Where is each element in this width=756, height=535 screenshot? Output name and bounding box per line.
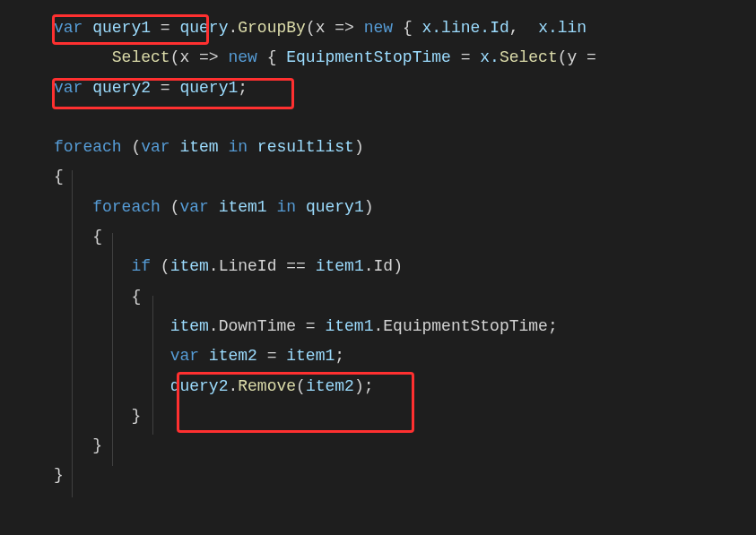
code-line-9: if (item.LineId == item1.Id) [54,252,756,281]
keyword-var: var [54,19,83,37]
method-groupby: GroupBy [238,19,306,37]
code-line-blank [54,103,756,133]
method-select: Select [112,48,170,66]
code-line-5: foreach (var item in resultlist) [54,133,756,162]
code-line-3: var query2 = query1; [54,73,756,103]
code-line-11: item.DownTime = item1.EquipmentStopTime; [54,312,756,341]
keyword-foreach: foreach [54,138,122,156]
code-line-15: } [54,431,756,461]
ident-query1: query1 [92,19,151,37]
keyword-if: if [131,257,151,275]
code-line-2: Select(x => new { EquipmentStopTime = x.… [54,43,756,73]
code-line-8: { [54,222,756,252]
ident-query2: query2 [92,79,151,97]
code-line-14: } [54,401,756,431]
code-line-1: var query1 = query.GroupBy(x => new { x.… [54,13,756,43]
code-line-16: } [54,461,756,490]
code-line-13: query2.Remove(item2); [54,372,756,401]
code-line-6: { [54,162,756,192]
code-line-7: foreach (var item1 in query1) [54,193,756,222]
method-remove: Remove [238,377,296,395]
code-line-10: { [54,282,756,312]
code-line-12: var item2 = item1; [54,341,756,371]
